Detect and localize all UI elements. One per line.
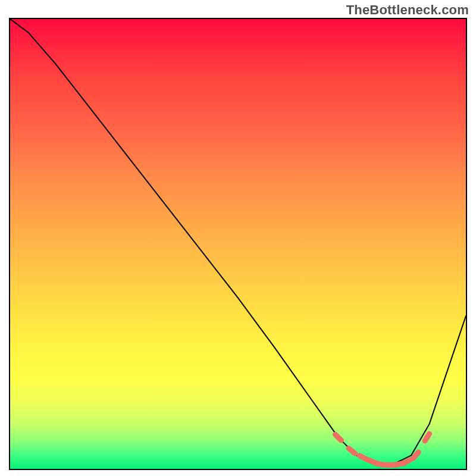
chart-frame xyxy=(9,18,467,470)
trough-marker xyxy=(413,452,418,459)
chart-canvas xyxy=(10,19,466,469)
trough-marker xyxy=(360,456,367,460)
trough-marker xyxy=(403,460,410,464)
trough-marker xyxy=(336,434,342,440)
trough-marker xyxy=(349,448,355,453)
watermark-label: TheBottleneck.com xyxy=(346,2,469,18)
main-curve xyxy=(10,19,466,464)
trough-marker xyxy=(425,434,430,441)
